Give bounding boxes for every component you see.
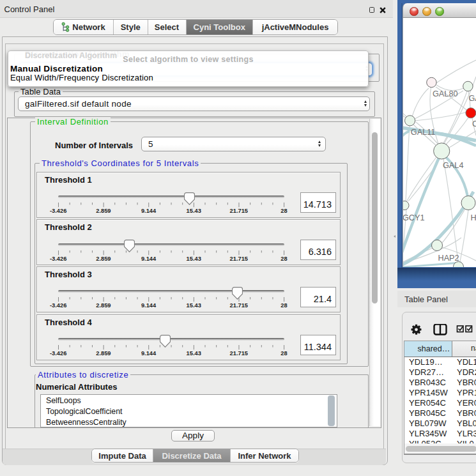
svg-text:GAL1: GAL1 [469, 94, 476, 103]
svg-text:HAP2: HAP2 [438, 254, 459, 263]
svg-text:C: C [472, 119, 476, 128]
svg-text:GAL80: GAL80 [433, 89, 458, 98]
svg-text:GCY1: GCY1 [403, 213, 425, 222]
svg-text:GAL4: GAL4 [443, 161, 463, 170]
svg-text:GAL11: GAL11 [411, 128, 436, 137]
svg-text:H: H [471, 213, 476, 222]
